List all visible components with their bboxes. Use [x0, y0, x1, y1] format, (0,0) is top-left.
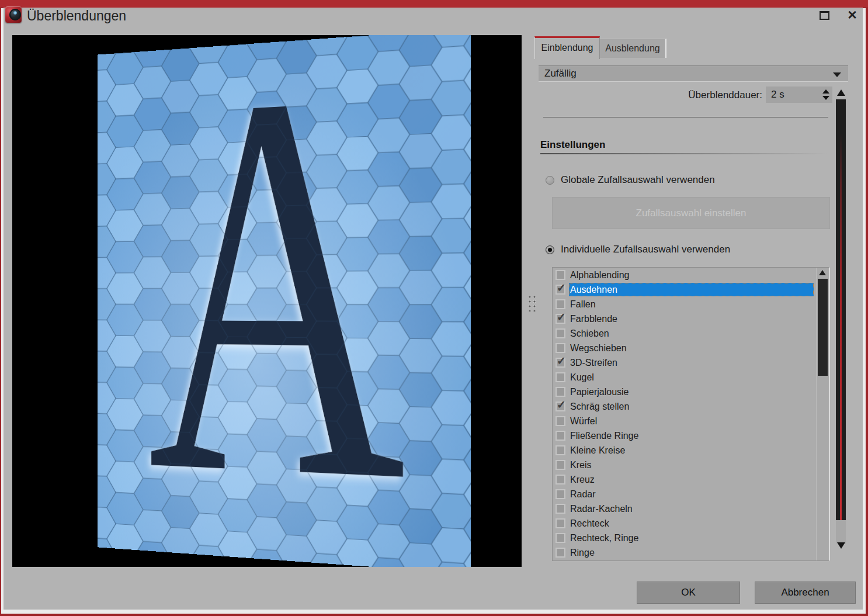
- list-item[interactable]: Kugel: [553, 370, 814, 385]
- settings-heading-rule: [540, 153, 828, 154]
- transition-list[interactable]: Alphablending✓AusdehnenFallen✓Farbblende…: [552, 267, 830, 561]
- global-random-option[interactable]: Globale Zufallsauswahl verwenden: [546, 175, 715, 185]
- section-divider: [543, 117, 828, 117]
- list-item-label: Radar-Kacheln: [569, 502, 814, 515]
- list-item[interactable]: Schieben: [553, 326, 814, 341]
- checkbox[interactable]: [555, 489, 565, 499]
- panel-scrollbar-thumb[interactable]: [836, 99, 846, 520]
- list-item[interactable]: Radar-Kacheln: [553, 501, 814, 516]
- list-item[interactable]: ✓Ausdehnen: [553, 282, 814, 297]
- list-item-label: Farbblende: [569, 312, 814, 326]
- checkbox[interactable]: [555, 270, 565, 280]
- radio-individual-label: Individuelle Zufallsauswahl verwenden: [561, 244, 730, 255]
- checkbox[interactable]: [555, 475, 565, 485]
- list-item[interactable]: Rechteck, Ringe: [553, 531, 814, 545]
- duration-label: Überblenddauer:: [654, 89, 762, 101]
- list-item[interactable]: Wegschieben: [553, 341, 814, 355]
- list-item[interactable]: Fallen: [553, 297, 814, 312]
- list-item-label: Wegschieben: [569, 341, 814, 355]
- checkbox[interactable]: [555, 387, 565, 397]
- tab-einblendung[interactable]: Einblendung: [534, 36, 600, 59]
- maximize-button[interactable]: [817, 8, 832, 23]
- list-scrollbar-thumb[interactable]: [818, 279, 828, 376]
- transition-select[interactable]: Zufällig: [539, 65, 848, 82]
- radio-global[interactable]: [546, 176, 554, 185]
- checkbox[interactable]: [555, 460, 565, 470]
- list-item[interactable]: ✓Schräg stellen: [553, 399, 814, 414]
- checkbox[interactable]: [555, 504, 565, 514]
- checkbox[interactable]: ✓: [555, 314, 565, 324]
- list-item-label: Fallen: [569, 297, 814, 311]
- checkbox[interactable]: [555, 372, 565, 382]
- list-item-label: Rechteck, Ringe: [569, 531, 814, 545]
- window-top-border: [0, 0, 868, 8]
- list-scroll-up-icon[interactable]: [819, 270, 826, 275]
- list-item[interactable]: ✓3D-Streifen: [553, 355, 814, 370]
- list-item-label: Schieben: [569, 327, 814, 340]
- panel-scroll-up-icon[interactable]: [837, 89, 845, 96]
- list-item-label: Kreis: [569, 458, 814, 472]
- checkbox[interactable]: [555, 533, 565, 543]
- individual-random-option[interactable]: Individuelle Zufallsauswahl verwenden: [546, 244, 730, 255]
- list-item[interactable]: Alphablending: [553, 268, 814, 282]
- splitter-handle[interactable]: [527, 294, 536, 312]
- checkbox[interactable]: [555, 445, 565, 455]
- list-item[interactable]: ✓Farbblende: [553, 312, 814, 326]
- checkbox[interactable]: [555, 431, 565, 441]
- lens-highlight: [13, 11, 17, 15]
- transition-select-value: Zufällig: [544, 68, 577, 79]
- list-item-label: Kreuz: [569, 473, 814, 486]
- spinner-down-icon[interactable]: [822, 96, 829, 100]
- list-item-label: Schräg stellen: [569, 400, 814, 413]
- configure-random-button[interactable]: Zufallsauswahl einstellen: [552, 197, 830, 229]
- checkbox[interactable]: ✓: [555, 358, 565, 368]
- titlebar: Überblendungen ✕: [4, 8, 863, 34]
- checkbox[interactable]: [555, 299, 565, 309]
- list-item-label: Ausdehnen: [569, 283, 814, 296]
- maximize-icon: [820, 11, 829, 20]
- tab-ausblendung[interactable]: Ausblendung: [600, 39, 666, 58]
- duration-value: 2 s: [771, 89, 784, 100]
- spinner-up-icon[interactable]: [822, 89, 829, 94]
- stepper-arrows[interactable]: [822, 89, 829, 101]
- list-item[interactable]: Würfel: [553, 414, 814, 428]
- ok-button[interactable]: OK: [637, 582, 740, 604]
- list-item-label: Fließende Ringe: [569, 429, 814, 442]
- checkbox[interactable]: [555, 343, 565, 353]
- list-item[interactable]: Rechteck: [553, 516, 814, 531]
- checkbox[interactable]: [555, 416, 565, 426]
- chevron-down-icon: [833, 72, 841, 77]
- checkbox[interactable]: [555, 518, 565, 528]
- list-item-label: 3D-Streifen: [569, 356, 814, 369]
- list-item-label: Würfel: [569, 414, 814, 428]
- list-item-label: Alphablending: [569, 268, 814, 282]
- list-item[interactable]: Kleine Kreise: [553, 443, 814, 458]
- check-icon: ✓: [557, 281, 566, 295]
- checkbox[interactable]: [555, 328, 565, 338]
- check-icon: ✓: [557, 354, 566, 368]
- list-item[interactable]: Kreis: [553, 458, 814, 472]
- duration-stepper[interactable]: 2 s: [766, 86, 832, 103]
- cancel-button[interactable]: Abbrechen: [755, 582, 856, 604]
- list-item[interactable]: Fließende Ringe: [553, 428, 814, 443]
- list-item[interactable]: Ringe: [553, 545, 814, 560]
- radio-global-label: Globale Zufallsauswahl verwenden: [561, 174, 715, 186]
- close-button[interactable]: ✕: [845, 8, 860, 23]
- list-item[interactable]: Radar: [553, 487, 814, 501]
- app-camera-icon: [5, 6, 22, 23]
- checkbox[interactable]: [555, 548, 565, 558]
- list-item-label: Kugel: [569, 371, 814, 384]
- checkbox[interactable]: ✓: [555, 285, 565, 295]
- panel-scroll-down-icon[interactable]: [837, 542, 845, 549]
- list-scrollbar[interactable]: [816, 268, 828, 560]
- list-item-label: Ringe: [569, 546, 814, 559]
- list-item[interactable]: Papierjalousie: [553, 385, 814, 399]
- list-item-label: Kleine Kreise: [569, 444, 814, 457]
- checkbox[interactable]: ✓: [555, 402, 565, 411]
- list-item[interactable]: Kreuz: [553, 472, 814, 487]
- list-item-label: Radar: [569, 487, 814, 501]
- panel-scrollbar-track[interactable]: [836, 520, 846, 544]
- camera-lens-icon: [9, 9, 21, 20]
- radio-individual[interactable]: [546, 245, 554, 254]
- list-item-label: Papierjalousie: [569, 385, 814, 399]
